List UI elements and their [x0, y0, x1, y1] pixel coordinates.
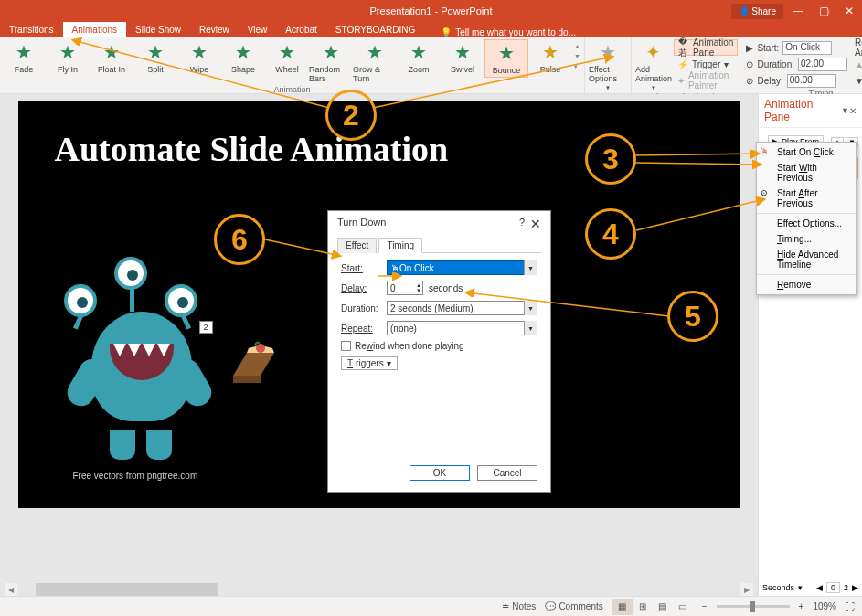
ctx-timing[interactable]: Timing...: [757, 231, 856, 247]
dlg-delay-label: Delay:: [341, 283, 387, 293]
anim-floatin[interactable]: ★Float In: [90, 39, 133, 76]
animpane-title: Animation Pane▼✕: [759, 94, 862, 128]
dialog-close-icon[interactable]: ✕: [530, 217, 541, 231]
timing-dialog: Turn Down?✕ Effect Timing Start: 🖱 On Cl…: [327, 210, 551, 493]
animpane-footer: Seconds▾ ◀ 0 2▶: [759, 579, 862, 596]
animpane-close-icon[interactable]: ✕: [849, 106, 857, 116]
animation-tag[interactable]: 2: [199, 321, 213, 334]
dlg-delay-units: seconds: [429, 283, 463, 293]
dlg-delay-spinner[interactable]: 0▲▼: [387, 281, 423, 295]
comments-button[interactable]: 💬 Comments: [545, 601, 602, 611]
context-menu: 🖱Start On Click Start With Previous ⊙Sta…: [756, 142, 857, 295]
ok-button[interactable]: OK: [410, 465, 470, 481]
anim-bounce[interactable]: ★Bounce: [484, 39, 528, 78]
timing-start-select[interactable]: On Click: [782, 41, 832, 55]
ribbon-tabs: Transitions Animations Slide Show Review…: [0, 22, 862, 37]
timing-duration-row: ⊙ Duration: 02.00: [742, 56, 851, 72]
seconds-dd-icon[interactable]: ▾: [798, 583, 803, 592]
ctx-start-onclick[interactable]: 🖱Start On Click: [757, 144, 856, 160]
credit-text: Free vectors from pngtree.com: [73, 471, 198, 481]
horizontal-scrollbar[interactable]: ◀▶: [5, 583, 753, 596]
zoom-slider[interactable]: [717, 605, 790, 608]
ctx-effect-options[interactable]: Effect Options...: [757, 216, 856, 231]
move-earlier-button[interactable]: ▲ Move Earlier: [851, 56, 862, 72]
annotation-6: 6: [214, 214, 265, 265]
anim-pulse[interactable]: ★Pulse: [528, 39, 572, 76]
tab-storyboarding[interactable]: STORYBOARDING: [326, 22, 424, 37]
anim-wipe[interactable]: ★Wipe: [177, 39, 221, 76]
anim-split[interactable]: ★Split: [133, 39, 177, 76]
dialog-tab-effect[interactable]: Effect: [337, 238, 377, 253]
annotation-4: 4: [585, 208, 636, 260]
anim-zoom[interactable]: ★Zoom: [397, 39, 441, 76]
cancel-button[interactable]: Cancel: [477, 465, 537, 481]
svg-point-0: [256, 344, 265, 353]
help-icon[interactable]: ?: [519, 217, 525, 231]
annotation-2: 2: [325, 90, 377, 141]
annotation-3: 3: [585, 133, 636, 185]
dlg-duration-combo[interactable]: 2 seconds (Medium)▼: [387, 301, 537, 315]
notes-button[interactable]: ≐ Notes: [502, 601, 536, 611]
effect-options-button[interactable]: ★Effect Options▼: [587, 39, 629, 92]
move-later-button[interactable]: ▼ Move Later: [851, 72, 862, 89]
zoom-in-icon[interactable]: +: [799, 601, 804, 611]
reorder-label: Reorder Animation: [851, 39, 862, 56]
dialog-tab-timing[interactable]: Timing: [378, 238, 422, 253]
cake-picture[interactable]: [229, 339, 283, 385]
title-bar: Presentation1 - PowerPoint Sign in ▭ 👤 S…: [0, 0, 862, 22]
dlg-triggers-button[interactable]: Triggers ▾: [341, 356, 398, 370]
timing-duration-input[interactable]: 02.00: [798, 58, 847, 71]
tell-me-search[interactable]: 💡 Tell me what you want to do...: [424, 27, 576, 37]
restore-button[interactable]: ▢: [811, 0, 836, 22]
anim-fade[interactable]: ★Fade: [2, 39, 46, 76]
dlg-repeat-combo[interactable]: (none)▼: [387, 321, 537, 335]
ctx-hide-timeline[interactable]: Hide Advanced Timeline: [757, 247, 856, 272]
tab-animations[interactable]: Animations: [63, 22, 126, 37]
minimize-button[interactable]: —: [785, 0, 811, 22]
anim-shape[interactable]: ★Shape: [221, 39, 265, 76]
tab-transitions[interactable]: Transitions: [0, 22, 63, 37]
timing-delay-input[interactable]: 00.00: [787, 74, 836, 88]
dlg-repeat-label: Repeat:: [341, 324, 387, 334]
tab-acrobat[interactable]: Acrobat: [276, 22, 325, 37]
zoom-out-icon[interactable]: −: [702, 601, 708, 611]
close-button[interactable]: ✕: [836, 0, 862, 22]
animation-painter-button[interactable]: ✦ Animation Painter: [674, 72, 738, 89]
anim-randombars[interactable]: ★Random Bars: [309, 39, 353, 85]
ctx-remove[interactable]: Remove: [757, 277, 856, 292]
dlg-start-label: Start:: [341, 263, 387, 273]
slideshow-view-icon[interactable]: ▭: [673, 599, 693, 615]
timing-start-row: ▶ Start: On Click: [742, 39, 851, 56]
dlg-start-combo[interactable]: 🖱 On Click▼: [387, 260, 537, 275]
tab-slideshow[interactable]: Slide Show: [126, 22, 190, 37]
ctx-start-afterprev[interactable]: ⊙Start After Previous: [757, 186, 856, 211]
monster-picture[interactable]: [64, 257, 210, 440]
annotation-5: 5: [667, 291, 718, 342]
add-animation-button[interactable]: ✦Add Animation▼: [633, 39, 674, 92]
anim-wheel[interactable]: ★Wheel: [265, 39, 309, 76]
status-bar: ≐ Notes 💬 Comments ▦ ⊞ ▤ ▭ − + 109% ⛶: [0, 596, 862, 616]
share-button[interactable]: 👤 Share: [731, 4, 783, 19]
normal-view-icon[interactable]: ▦: [612, 599, 633, 615]
dialog-titlebar[interactable]: Turn Down?✕: [328, 211, 550, 237]
animation-pane-button[interactable]: �若 Animation Pane: [674, 39, 738, 56]
gallery-more-icon[interactable]: ▲▼▾: [572, 39, 582, 74]
dlg-duration-label: Duration:: [341, 303, 387, 313]
animpane-dropdown-icon[interactable]: ▼: [841, 106, 849, 115]
tab-view[interactable]: View: [239, 22, 277, 37]
tab-review[interactable]: Review: [190, 22, 239, 37]
sorter-view-icon[interactable]: ⊞: [633, 599, 653, 615]
fit-window-icon[interactable]: ⛶: [846, 601, 855, 611]
anim-growturn[interactable]: ★Grow & Turn: [353, 39, 397, 85]
anim-swivel[interactable]: ★Swivel: [441, 39, 484, 76]
timing-delay-row: ⊘ Delay: 00.00: [742, 72, 851, 89]
dlg-rewind-checkbox[interactable]: Rewind when done playing: [341, 341, 537, 351]
zoom-level[interactable]: 109%: [813, 601, 836, 611]
ribbon: ★Fade ★Fly In ★Float In ★Split ★Wipe ★Sh…: [0, 37, 862, 94]
app-title: Presentation1 - PowerPoint: [370, 5, 493, 16]
anim-flyin[interactable]: ★Fly In: [46, 39, 90, 76]
reading-view-icon[interactable]: ▤: [653, 599, 673, 615]
ctx-start-withprev[interactable]: Start With Previous: [757, 160, 856, 186]
